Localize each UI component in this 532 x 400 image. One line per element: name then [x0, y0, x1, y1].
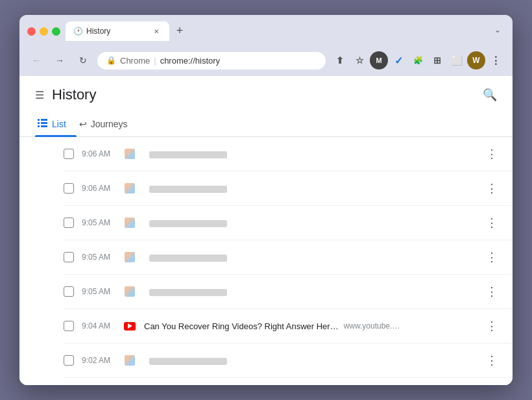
page-search-icon[interactable]: 🔍 — [483, 88, 497, 102]
item-info[interactable] — [144, 356, 474, 365]
traffic-lights — [27, 27, 60, 36]
item-favicon-icon — [123, 354, 136, 367]
tab-list-label: List — [52, 119, 66, 129]
tasks-extension-icon[interactable]: ✓ — [389, 51, 407, 69]
minimize-button[interactable] — [40, 27, 48, 36]
item-info[interactable] — [144, 149, 474, 158]
item-time: 9:04 AM — [82, 321, 115, 331]
item-checkbox[interactable] — [64, 252, 74, 262]
page-title: History — [52, 86, 96, 103]
profile-avatar[interactable]: W — [467, 51, 485, 69]
item-more-button[interactable]: ⋮ — [481, 178, 502, 199]
title-bar-top: 🕐 History ✕ + ⌄ — [27, 21, 505, 41]
item-info[interactable] — [144, 184, 474, 193]
tab-favicon-icon: 🕐 — [73, 27, 82, 36]
page-title-area: ☰ History — [35, 86, 96, 103]
list-tab-icon — [38, 118, 48, 130]
item-domain — [149, 186, 227, 193]
title-bar: 🕐 History ✕ + ⌄ — [19, 15, 513, 46]
item-domain — [149, 255, 227, 262]
item-domain — [149, 220, 227, 227]
list-item: 9:02 AM⋮ — [64, 344, 513, 378]
list-item: 9:06 AM⋮ — [64, 137, 513, 171]
item-favicon-icon — [123, 251, 136, 264]
extensions-button[interactable]: ⊞ — [428, 51, 446, 69]
url-bar[interactable]: 🔒 Chrome | chrome://history — [97, 52, 326, 69]
svg-rect-0 — [38, 119, 40, 121]
tabs-area: 🕐 History ✕ + ⌄ — [66, 21, 505, 41]
item-favicon-icon — [123, 216, 136, 229]
list-item: 9:04 AMCan You Recover Ring Videos? Righ… — [64, 309, 513, 344]
svg-rect-5 — [41, 125, 47, 127]
item-checkbox[interactable] — [64, 183, 74, 194]
tab-title: History — [86, 27, 147, 36]
item-more-button[interactable]: ⋮ — [481, 281, 502, 302]
journeys-tab-icon: ↩ — [79, 119, 87, 129]
item-checkbox[interactable] — [64, 286, 74, 297]
item-time: 9:06 AM — [82, 184, 115, 193]
item-domain: www.youtube.… — [344, 321, 400, 331]
toolbar-icons: ⬆ ☆ M ✓ 🧩 ⊞ ⬜ W ⋮ — [331, 51, 505, 69]
share-icon[interactable]: ⬆ — [331, 51, 349, 69]
page-header: ☰ History 🔍 — [19, 76, 513, 103]
item-domain — [149, 151, 227, 158]
chrome-label: Chrome — [120, 56, 150, 66]
page-content: ☰ History 🔍 List — [19, 76, 513, 385]
item-info[interactable] — [144, 218, 474, 227]
hamburger-menu-icon[interactable]: ☰ — [35, 89, 44, 101]
maximize-button[interactable] — [52, 27, 60, 36]
item-info[interactable] — [144, 253, 474, 262]
svg-rect-4 — [38, 125, 40, 127]
star-icon[interactable]: ☆ — [350, 51, 369, 69]
item-info[interactable] — [144, 287, 474, 296]
item-checkbox[interactable] — [64, 355, 74, 366]
active-tab[interactable]: 🕐 History ✕ — [66, 21, 169, 41]
item-more-button[interactable]: ⋮ — [481, 144, 502, 164]
gmail-extension-icon[interactable]: M — [370, 51, 388, 69]
forward-button[interactable]: → — [51, 51, 69, 69]
svg-rect-3 — [41, 122, 47, 124]
item-more-button[interactable]: ⋮ — [481, 350, 502, 371]
item-time: 9:02 AM — [82, 356, 115, 365]
item-more-button[interactable]: ⋮ — [481, 316, 502, 336]
new-tab-button[interactable]: + — [171, 21, 189, 40]
list-item: 9:05 AM⋮ — [64, 206, 513, 240]
item-info[interactable]: Can You Recover Ring Videos? Right Answe… — [144, 321, 474, 331]
item-favicon-icon — [123, 147, 136, 160]
item-domain — [149, 289, 227, 296]
history-list: 9:06 AM⋮9:06 AM⋮9:05 AM⋮9:05 AM⋮9:05 AM⋮… — [19, 137, 513, 385]
page-tabs: List ↩ Journeys — [19, 106, 513, 137]
chrome-menu-button[interactable]: ⋮ — [487, 51, 505, 69]
address-url: chrome://history — [160, 56, 220, 66]
svg-rect-2 — [38, 122, 40, 124]
item-domain — [149, 358, 227, 365]
address-separator: | — [154, 56, 156, 66]
list-item: 9:05 AM⋮ — [64, 240, 513, 275]
item-time: 9:05 AM — [82, 253, 115, 262]
close-button[interactable] — [27, 27, 36, 36]
tab-list[interactable]: List — [35, 111, 77, 136]
item-favicon-icon — [123, 285, 136, 298]
extension-icon[interactable]: 🧩 — [409, 51, 427, 69]
reload-button[interactable]: ↻ — [74, 51, 92, 69]
item-time: 9:05 AM — [82, 287, 115, 296]
item-more-button[interactable]: ⋮ — [481, 212, 502, 233]
browser-window: 🕐 History ✕ + ⌄ ← → ↻ 🔒 Chrome | chrome:… — [19, 15, 513, 385]
item-checkbox[interactable] — [64, 218, 74, 228]
item-checkbox[interactable] — [64, 149, 74, 159]
address-bar: ← → ↻ 🔒 Chrome | chrome://history ⬆ ☆ M … — [19, 46, 513, 76]
tab-close-button[interactable]: ✕ — [151, 26, 162, 36]
tab-list-chevron[interactable]: ⌄ — [490, 23, 505, 37]
item-title: Can You Recover Ring Videos? Right Answe… — [144, 321, 339, 331]
item-checkbox[interactable] — [64, 321, 74, 331]
item-more-button[interactable]: ⋮ — [481, 247, 502, 268]
item-favicon-icon — [123, 182, 136, 195]
back-button[interactable]: ← — [27, 51, 45, 69]
tab-journeys-label: Journeys — [91, 119, 128, 129]
item-time: 9:06 AM — [82, 149, 115, 158]
lock-icon: 🔒 — [106, 56, 116, 65]
item-favicon-icon — [123, 319, 136, 332]
tab-journeys[interactable]: ↩ Journeys — [77, 111, 138, 136]
devices-icon[interactable]: ⬜ — [448, 51, 466, 69]
url-text: Chrome | chrome://history — [120, 56, 220, 66]
